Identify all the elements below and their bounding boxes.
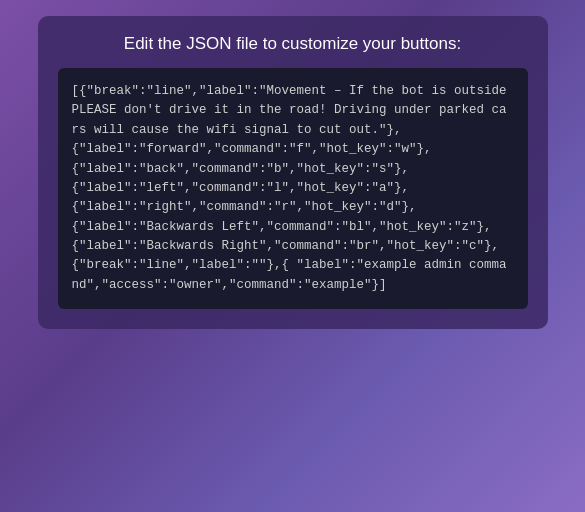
code-content: [{"break":"line","label":"Movement – If …: [72, 84, 515, 292]
json-code-block[interactable]: [{"break":"line","label":"Movement – If …: [58, 68, 528, 309]
page-title: Edit the JSON file to customize your but…: [58, 34, 528, 54]
main-container: Edit the JSON file to customize your but…: [38, 16, 548, 329]
